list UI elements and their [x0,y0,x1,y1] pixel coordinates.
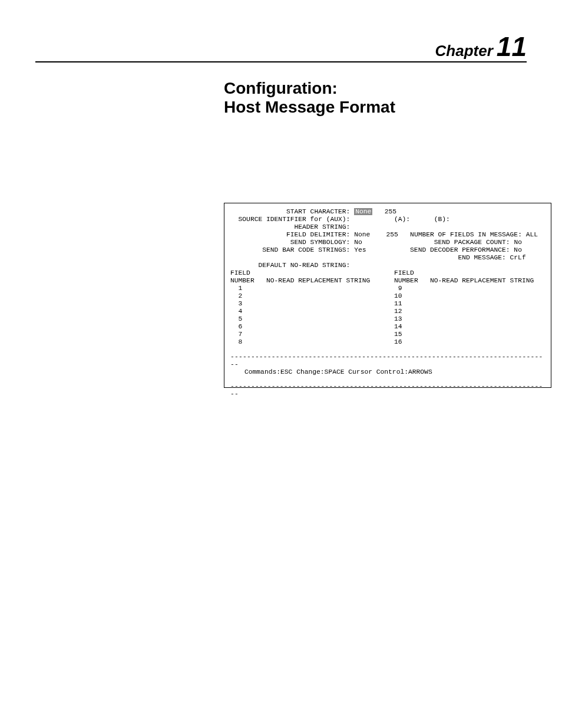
field-row-left: 5 [239,315,243,322]
end-msg-value[interactable]: CrLf [510,254,526,261]
field-row-left: 6 [239,323,243,330]
field-row-left: 1 [239,285,243,292]
send-pkg-label: SEND PACKAGE COUNT: [434,239,510,246]
field-row-left: 8 [239,338,243,345]
field-row-right: 12 [394,308,402,315]
terminal-screen: START CHARACTER: None 255 SOURCE IDENTIF… [224,203,551,388]
source-id-a[interactable]: (A): [394,216,410,223]
blank [230,254,458,261]
chapter-label: Chapter [435,42,493,60]
send-bar-code-label: SEND BAR CODE STRINGS: [262,246,350,253]
change-value: SPACE [325,368,345,375]
start-char-label: START CHARACTER: [286,208,350,215]
left-col-hdr2: NUMBER [230,277,254,284]
page-title: Configuration: Host Message Format [224,79,395,117]
cursor-label: Cursor Control: [348,368,408,375]
send-pkg-value[interactable]: No [514,239,522,246]
num-fields-value[interactable]: ALL [526,231,538,238]
field-row-left: 2 [239,292,243,299]
blank [230,231,286,238]
chapter-number: 11 [497,31,527,62]
source-id-b[interactable]: (B): [434,216,450,223]
send-symbology-value[interactable]: No [354,239,362,246]
blank [230,239,290,246]
chapter-header: Chapter11 [35,33,527,62]
terminal-content: START CHARACTER: None 255 SOURCE IDENTIF… [230,208,545,346]
cursor-value: ARROWS [408,368,432,375]
title-line-2: Host Message Format [224,98,395,117]
divider-top: ----------------------------------------… [230,353,545,368]
blank [230,223,294,230]
field-row-left: 4 [239,308,243,315]
default-noread-label: DEFAULT NO-READ STRING: [258,262,350,269]
field-delim-label: FIELD DELIMITER: [286,231,350,238]
field-row-right: 11 [394,300,402,307]
left-col-hdr1: FIELD [230,269,250,276]
cmd-label: Commands: [244,368,280,375]
blank [230,262,258,269]
field-row-left: 3 [239,300,243,307]
blank [230,216,239,223]
field-row-left: 7 [239,331,243,338]
send-bar-code-value[interactable]: Yes [354,246,366,253]
field-delim-value[interactable]: None [354,231,370,238]
field-row-right: 16 [394,338,402,345]
send-symbology-label: SEND SYMBOLOGY: [290,239,351,246]
send-decoder-value[interactable]: No [514,246,522,253]
send-decoder-label: SEND DECODER PERFORMANCE: [410,246,510,253]
field-row-right: 10 [394,292,402,299]
blank [230,208,286,215]
command-help-line: Commands:ESC Change:SPACE Cursor Control… [230,368,545,375]
cmd-value: ESC [280,368,292,375]
start-char-code: 255 [385,208,396,215]
change-label: Change: [296,368,324,375]
end-msg-label: END MESSAGE: [458,254,505,261]
right-col-hdr2: NUMBER [394,277,418,284]
left-col-hdr3: NO-READ REPLACEMENT STRING [266,277,370,284]
divider-bottom: ----------------------------------------… [230,383,545,398]
source-id-label: SOURCE IDENTIFIER for (AUX): [239,216,351,223]
title-line-1: Configuration: [224,79,395,98]
header-string-label: HEADER STRING: [294,223,350,230]
field-row-right: 14 [394,323,402,330]
field-row-right: 13 [394,315,402,322]
right-col-hdr1: FIELD [394,269,414,276]
blank [230,246,262,253]
right-col-hdr3: NO-READ REPLACEMENT STRING [430,277,534,284]
field-row-right: 15 [394,331,402,338]
start-char-field[interactable]: None [354,208,372,215]
field-row-right: 9 [398,285,402,292]
num-fields-label: NUMBER OF FIELDS IN MESSAGE: [410,231,522,238]
field-delim-code: 255 [386,231,398,238]
